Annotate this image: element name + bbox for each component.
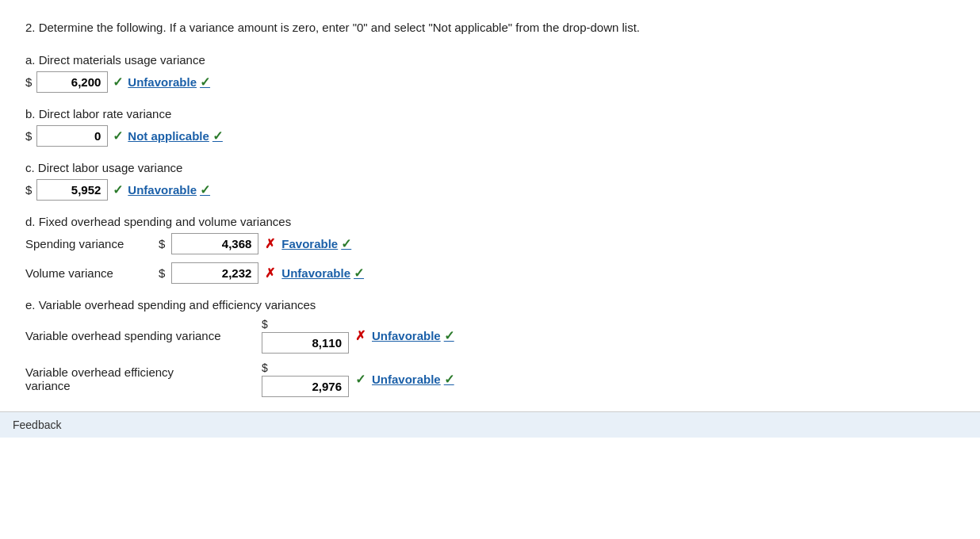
section-d-spending-mark: ✗ — [265, 236, 275, 251]
section-a: a. Direct materials usage variance $ ✓ U… — [25, 53, 955, 93]
section-b-label: b. Direct labor rate variance — [25, 107, 955, 120]
section-d-volume-label: Volume variance — [25, 266, 152, 280]
section-c-check: ✓ — [113, 182, 123, 197]
section-b-dollar: $ — [25, 129, 32, 143]
section-e-efficiency-mark: ✓ — [355, 372, 366, 387]
section-c-dropdown-check: ✓ — [200, 182, 210, 197]
section-e-spending-row: Variable overhead spending variance $ ✗ … — [25, 318, 955, 354]
section-d-volume-input[interactable] — [171, 262, 258, 284]
section-d-volume-mark: ✗ — [265, 266, 275, 281]
section-a-row: $ ✓ Unfavorable ✓ — [25, 71, 955, 93]
section-b-dropdown-check: ✓ — [212, 128, 223, 143]
section-d-spending-input[interactable] — [171, 233, 258, 254]
section-b-dropdown[interactable]: Not applicable ✓ — [128, 128, 223, 143]
section-a-check: ✓ — [113, 75, 123, 90]
section-a-dropdown[interactable]: Unfavorable ✓ — [128, 75, 210, 90]
section-b: b. Direct labor rate variance $ ✓ Not ap… — [25, 107, 955, 147]
section-e: e. Variable overhead spending and effici… — [25, 298, 955, 397]
section-a-dollar: $ — [25, 75, 32, 89]
section-a-dropdown-check: ✓ — [200, 75, 210, 90]
section-b-input[interactable] — [36, 125, 108, 147]
section-e-efficiency-dollar-wrap: $ — [262, 361, 349, 397]
section-d-volume-dollar: $ — [159, 266, 165, 280]
section-b-row: $ ✓ Not applicable ✓ — [25, 125, 955, 147]
section-e-spending-mark: ✗ — [355, 328, 366, 343]
section-d-spending-dollar: $ — [159, 237, 165, 250]
section-d-volume-dropdown-check: ✓ — [354, 266, 364, 281]
section-c-dropdown[interactable]: Unfavorable ✓ — [128, 182, 210, 197]
section-c-dollar: $ — [25, 183, 32, 197]
section-e-spending-dollar-wrap: $ — [262, 318, 349, 354]
section-d-spending-dropdown[interactable]: Favorable ✓ — [281, 236, 351, 251]
feedback-bar: Feedback — [0, 411, 980, 438]
section-d-volume-dropdown[interactable]: Unfavorable ✓ — [281, 266, 364, 281]
section-e-efficiency-row: Variable overhead efficiencyvariance $ ✓… — [25, 361, 955, 397]
section-a-label: a. Direct materials usage variance — [25, 53, 955, 67]
section-e-efficiency-label: Variable overhead efficiencyvariance — [25, 365, 255, 392]
section-e-spending-input[interactable] — [262, 332, 349, 354]
section-b-check: ✓ — [113, 128, 123, 143]
section-e-spending-dollar: $ — [262, 318, 268, 331]
section-d-label: d. Fixed overhead spending and volume va… — [25, 215, 955, 228]
section-d: d. Fixed overhead spending and volume va… — [25, 215, 955, 284]
section-c: c. Direct labor usage variance $ ✓ Unfav… — [25, 161, 955, 201]
section-e-efficiency-input[interactable] — [262, 376, 349, 397]
section-c-input[interactable] — [36, 179, 108, 201]
feedback-label: Feedback — [13, 419, 61, 431]
section-e-spending-dropdown-check: ✓ — [444, 328, 454, 343]
section-c-label: c. Direct labor usage variance — [25, 161, 955, 174]
section-e-label: e. Variable overhead spending and effici… — [25, 298, 955, 312]
section-e-efficiency-dollar: $ — [262, 361, 268, 374]
question-header: 2. Determine the following. If a varianc… — [25, 19, 955, 37]
section-d-spending-label: Spending variance — [25, 237, 152, 250]
section-e-efficiency-dropdown[interactable]: Unfavorable ✓ — [372, 372, 454, 387]
section-e-spending-label: Variable overhead spending variance — [25, 329, 255, 342]
section-a-input[interactable] — [36, 71, 108, 93]
section-d-volume-row: Volume variance $ ✗ Unfavorable ✓ — [25, 262, 955, 284]
section-d-spending-dropdown-check: ✓ — [341, 236, 351, 251]
section-e-efficiency-dropdown-check: ✓ — [444, 372, 454, 387]
section-e-spending-dropdown[interactable]: Unfavorable ✓ — [372, 328, 454, 343]
section-d-spending-row: Spending variance $ ✗ Favorable ✓ — [25, 233, 955, 254]
question-text: 2. Determine the following. If a varianc… — [25, 19, 955, 37]
section-c-row: $ ✓ Unfavorable ✓ — [25, 179, 955, 201]
